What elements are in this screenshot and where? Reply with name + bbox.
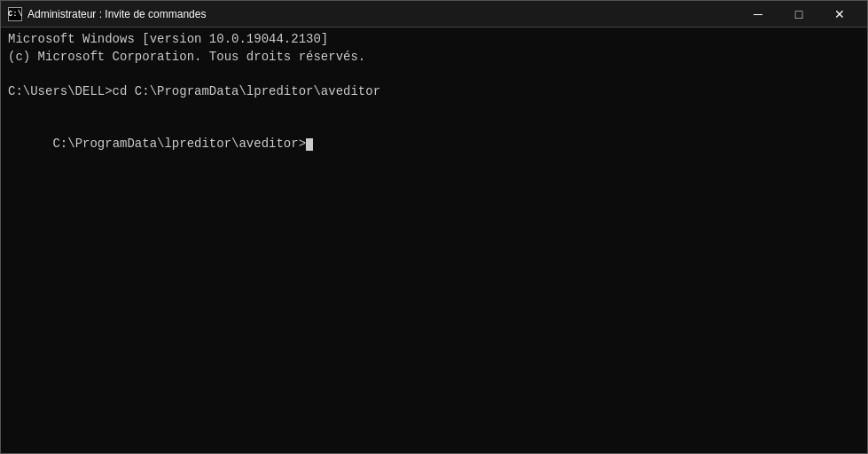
terminal-line-2: (c) Microsoft Corporation. Tous droits r… — [8, 49, 860, 67]
terminal-line-6: C:\ProgramData\lpreditor\aveditor> — [8, 118, 860, 170]
terminal-prompt-text: C:\ProgramData\lpreditor\aveditor> — [52, 137, 306, 151]
minimize-button[interactable]: ─ — [738, 1, 778, 27]
terminal-line-3 — [8, 66, 860, 83]
close-button[interactable]: ✕ — [819, 1, 860, 27]
title-bar-title: Administrateur : Invite de commandes — [27, 8, 206, 20]
cmd-window: C:\ Administrateur : Invite de commandes… — [0, 0, 868, 454]
terminal-body[interactable]: Microsoft Windows [version 10.0.19044.21… — [1, 27, 867, 453]
title-bar-controls: ─ □ ✕ — [738, 1, 860, 27]
terminal-line-1: Microsoft Windows [version 10.0.19044.21… — [8, 31, 860, 49]
terminal-line-5 — [8, 100, 860, 118]
maximize-button[interactable]: □ — [778, 1, 819, 27]
title-bar-left: C:\ Administrateur : Invite de commandes — [8, 7, 206, 21]
terminal-cursor — [306, 138, 313, 151]
cmd-icon: C:\ — [8, 7, 22, 21]
title-bar: C:\ Administrateur : Invite de commandes… — [1, 1, 867, 27]
terminal-line-4: C:\Users\DELL>cd C:\ProgramData\lpredito… — [8, 83, 860, 101]
